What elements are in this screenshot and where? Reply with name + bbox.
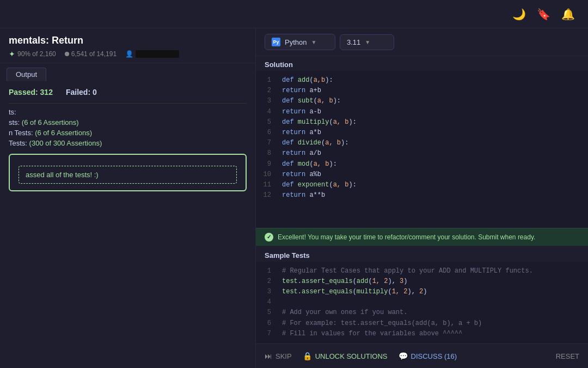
right-panel: Py Python ▼ 3.11 ▼ Solution 123456789101… <box>256 28 588 368</box>
left-panel: mentals: Return ✦ 90% of 2,160 6,541 of … <box>0 28 256 368</box>
code-line-3: def subt(a, b): <box>282 96 581 106</box>
sample-line-3: test.assert_equals(multiply(1, 2), 2) <box>282 287 533 297</box>
code-lines: 123456789101112 def add(a,b): return a+b… <box>256 71 588 228</box>
moon-icon[interactable]: 🌙 <box>512 8 526 21</box>
discuss-button[interactable]: 💬 DISCUSS (16) <box>399 349 457 363</box>
bottom-bar: ⏭ SKIP 🔒 UNLOCK SOLUTIONS 💬 DISCUSS (16)… <box>256 343 588 368</box>
version-selector[interactable]: 3.11 ▼ <box>340 34 394 50</box>
check-icon: ✓ <box>265 233 273 242</box>
passed-failed-row: Passed: 312 Failed: 0 <box>9 88 247 96</box>
failed-count: Failed: 0 <box>66 88 97 96</box>
sample-line-1: # Regular Test Cases that apply to your … <box>282 266 533 276</box>
success-box: assed all of the tests! :) <box>9 154 247 191</box>
line-numbers: 123456789101112 <box>256 71 275 228</box>
solution-section-label: Solution <box>256 56 588 71</box>
divider <box>9 103 247 104</box>
code-line-12: return a**b <box>282 190 581 201</box>
test-section-1: ts: <box>9 108 247 116</box>
sample-line-7: # Fill in values for the variables above… <box>282 329 533 339</box>
completion-meta: ✦ 90% of 2,160 <box>9 50 56 58</box>
code-content: def add(a,b): return a+b def subt(a, b):… <box>275 71 588 228</box>
unlock-solutions-button[interactable]: 🔒 UNLOCK SOLUTIONS <box>303 349 388 363</box>
reset-button[interactable]: RESET <box>556 350 579 363</box>
lang-row: Py Python ▼ 3.11 ▼ <box>256 28 588 56</box>
discuss-icon: 💬 <box>399 352 408 360</box>
test-section-3: n Tests: (6 of 6 Assertions) <box>9 129 247 137</box>
python-icon: Py <box>272 38 280 46</box>
code-line-11: def exponent(a, b): <box>282 180 581 190</box>
bell-icon[interactable]: 🔔 <box>561 8 575 21</box>
left-header: mentals: Return ✦ 90% of 2,160 6,541 of … <box>0 28 255 63</box>
code-line-6: return a*b <box>282 128 581 138</box>
code-line-5: def multiply(a, b): <box>282 117 581 128</box>
dot-icon <box>65 52 69 56</box>
test-section-2: sts: (6 of 6 Assertions) <box>9 118 247 126</box>
code-line-10: return a%b <box>282 170 581 180</box>
redacted-name <box>136 50 179 58</box>
output-tab[interactable]: Output <box>7 68 46 81</box>
challenge-title: mentals: Return <box>9 35 247 46</box>
user-icon: 👤 <box>125 50 133 58</box>
passed-count: Passed: 312 <box>9 88 53 96</box>
code-line-7: def divide(a, b): <box>282 138 581 148</box>
skip-button[interactable]: ⏭ SKIP <box>265 349 292 363</box>
sample-line-numbers: 1234567 <box>256 262 275 343</box>
code-editor[interactable]: 123456789101112 def add(a,b): return a+b… <box>256 71 588 228</box>
code-line-2: return a+b <box>282 86 581 96</box>
dashed-success-box: assed all of the tests! :) <box>19 166 237 184</box>
test-results: Passed: 312 Failed: 0 ts: sts: (6 of 6 A… <box>0 81 255 368</box>
success-notification: ✓ Excellent! You may take your time to r… <box>256 228 588 246</box>
sample-content: # Regular Test Cases that apply to your … <box>275 262 540 343</box>
rank-meta: 6,541 of 14,191 <box>65 50 117 58</box>
sample-code: 1234567 # Regular Test Cases that apply … <box>256 262 588 343</box>
code-line-1: def add(a,b): <box>282 75 581 86</box>
code-line-4: return a-b <box>282 107 581 117</box>
main-layout: mentals: Return ✦ 90% of 2,160 6,541 of … <box>0 28 588 368</box>
topbar: 🌙 🔖 🔔 <box>0 0 588 28</box>
version-chevron-icon: ▼ <box>365 39 370 45</box>
code-line-8: return a/b <box>282 148 581 159</box>
sample-line-2: test.assert_equals(add(1, 2), 3) <box>282 276 533 287</box>
output-tabs: Output <box>0 63 255 81</box>
bookmark-icon[interactable]: 🔖 <box>537 8 550 21</box>
sample-tests-label: Sample Tests <box>256 246 588 262</box>
lock-icon: 🔒 <box>303 352 312 360</box>
sample-line-4 <box>282 297 533 307</box>
test-section-4: Tests: (300 of 300 Assertions) <box>9 139 247 147</box>
code-line-9: def mod(a, b): <box>282 159 581 170</box>
lang-chevron-icon: ▼ <box>311 39 316 45</box>
sample-line-5: # Add your own ones if you want. <box>282 307 533 318</box>
language-selector[interactable]: Py Python ▼ <box>265 34 335 50</box>
star-icon: ✦ <box>9 50 15 58</box>
challenge-meta: ✦ 90% of 2,160 6,541 of 14,191 👤 <box>9 50 247 58</box>
user-meta: 👤 <box>125 50 179 58</box>
skip-icon: ⏭ <box>265 352 272 360</box>
sample-line-6: # For example: test.assert_equals(add(a,… <box>282 318 533 329</box>
